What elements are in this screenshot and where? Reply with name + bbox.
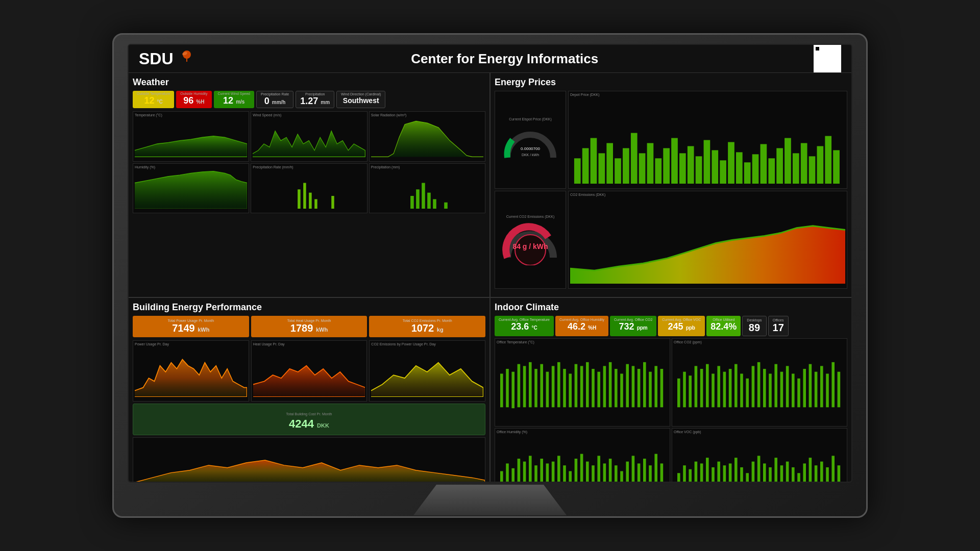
svg-rect-52 — [518, 364, 521, 408]
indoor-charts-grid: Office Temperature (°C) — [495, 338, 847, 483]
svg-rect-121 — [580, 454, 583, 483]
svg-rect-54 — [529, 362, 532, 407]
svg-rect-162 — [826, 467, 829, 483]
svg-rect-116 — [552, 461, 555, 483]
weather-charts: Temperature (°C) — [133, 111, 485, 213]
spot-price-gauge-svg: 0.0000700 DKK / kWh — [502, 122, 558, 163]
svg-rect-38 — [761, 144, 767, 184]
svg-rect-71 — [626, 364, 629, 408]
svg-rect-151 — [763, 463, 766, 483]
svg-rect-132 — [643, 459, 646, 483]
indoor-metrics: Current Avg. Office Temperature 23.6 °C … — [495, 316, 847, 336]
offices-count-label: Offices — [773, 318, 784, 322]
solar-chart: Solar Radiation (w/m²) — [369, 111, 485, 162]
svg-rect-163 — [831, 456, 835, 483]
co2-gauge: Current CO2 Emissions (DKK) 84 g / kWh — [495, 191, 566, 289]
svg-rect-27 — [671, 138, 678, 184]
svg-rect-101 — [809, 364, 812, 408]
svg-rect-139 — [695, 461, 698, 483]
indoor-co2: Current Avg. Office CO2 732 ppm — [610, 316, 656, 336]
svg-rect-99 — [797, 379, 800, 407]
svg-rect-84 — [712, 373, 715, 407]
svg-rect-61 — [569, 373, 572, 407]
svg-rect-103 — [820, 366, 823, 407]
wind-dir-metric: Wind Direction (Cardinal) Southwest — [336, 91, 385, 108]
svg-rect-93 — [763, 369, 766, 407]
cost-value: 4244 DKK — [289, 417, 329, 430]
co2-metric-value: 1072 kg — [411, 322, 444, 334]
precip-value: 1.27 mm — [300, 96, 330, 106]
svg-rect-154 — [780, 465, 783, 483]
indoor-co2-label: Current Avg. Office CO2 — [614, 318, 652, 321]
svg-rect-110 — [518, 459, 521, 483]
heat-chart: Heat Usage Pr. Day — [251, 340, 368, 402]
spot-price-value: 0.0000700 — [521, 146, 540, 151]
co2-metric-label: Total CO2 Emissions Pr. Month — [372, 319, 482, 322]
indoor-util-label: Office Utilised — [710, 318, 737, 321]
svg-rect-33 — [720, 160, 726, 184]
svg-rect-141 — [706, 458, 709, 483]
svg-text:DKK / kWh: DKK / kWh — [522, 153, 539, 157]
power-chart: Power Usage Pr. Day — [133, 340, 249, 402]
indoor-temp-value: 23.6 °C — [511, 321, 537, 332]
office-humidity-chart-title: Office Humidity (%) — [497, 430, 668, 434]
logo-text: SDU — [139, 49, 174, 68]
svg-rect-60 — [563, 369, 566, 407]
svg-rect-88 — [734, 364, 738, 408]
office-temp-chart: Office Temperature (°C) — [495, 338, 670, 427]
co2-emissions-label: CO2 Emissions (DKK) — [570, 193, 845, 196]
solar-chart-title: Solar Radiation (w/m²) — [371, 113, 483, 117]
svg-rect-89 — [740, 373, 743, 407]
svg-rect-146 — [734, 458, 738, 483]
svg-rect-31 — [704, 140, 710, 184]
svg-rect-91 — [752, 366, 755, 407]
power-label: Total Power Usage Pr. Month — [136, 319, 246, 322]
svg-rect-112 — [529, 456, 532, 483]
co2-gauge-value: 84 g / kWh — [512, 242, 548, 251]
heat-chart-title: Heat Usage Pr. Day — [253, 342, 365, 346]
svg-rect-28 — [679, 153, 686, 184]
svg-rect-72 — [632, 366, 635, 407]
svg-rect-44 — [809, 156, 816, 184]
wind-chart-title: Wind Speed (m/s) — [253, 113, 365, 117]
svg-rect-158 — [803, 463, 806, 483]
svg-rect-37 — [752, 154, 759, 184]
svg-rect-96 — [780, 372, 783, 408]
co2-gauge-svg: 84 g / kWh — [502, 219, 558, 265]
precip-rate-label: Precipitation Rate — [261, 92, 289, 96]
wind-speed-value: 12 m/s — [223, 95, 244, 106]
svg-rect-59 — [557, 362, 560, 407]
svg-rect-42 — [793, 153, 799, 184]
cost-label: Total Building Cost Pr. Month — [286, 412, 332, 416]
svg-rect-148 — [746, 473, 749, 483]
indoor-util-value: 82.4% — [710, 321, 737, 332]
svg-rect-8 — [410, 196, 414, 209]
svg-rect-130 — [632, 456, 635, 483]
building-title: Building Energy Performance — [133, 302, 485, 313]
desktops-metric: Desktops 89 — [742, 316, 766, 336]
svg-rect-140 — [700, 463, 703, 483]
svg-rect-49 — [500, 373, 503, 407]
precip-rate-chart: Precipitation Rate (mm/h) — [251, 163, 367, 214]
svg-rect-29 — [688, 146, 694, 184]
power-metric: Total Power Usage Pr. Month 7149 kWh — [133, 316, 249, 337]
humidity-metric: Outside Humidity 96 %H — [176, 91, 211, 108]
svg-rect-41 — [785, 138, 791, 184]
svg-rect-40 — [776, 148, 783, 184]
heat-metric: Total Heat Usage Pr. Month 1789 kWh — [251, 316, 368, 337]
svg-rect-32 — [712, 150, 718, 184]
wind-dir-label: Wind Direction (Cardinal) — [341, 92, 381, 96]
svg-rect-164 — [838, 465, 841, 483]
offices-metric: Offices 17 — [768, 316, 789, 336]
indoor-humidity-value: 46.2 %H — [568, 321, 596, 332]
svg-rect-143 — [717, 461, 720, 483]
svg-rect-124 — [597, 456, 600, 483]
precip-rate-chart-title: Precipitation Rate (mm/h) — [253, 165, 365, 169]
svg-rect-13 — [444, 202, 448, 209]
svg-rect-119 — [569, 471, 572, 483]
co2-gauge-label: Current CO2 Emissions (DKK) — [506, 215, 555, 218]
svg-rect-35 — [736, 152, 743, 184]
svg-rect-92 — [757, 362, 761, 407]
indoor-climate-panel: Indoor Climate Current Avg. Office Tempe… — [491, 298, 851, 483]
svg-rect-77 — [660, 369, 664, 407]
